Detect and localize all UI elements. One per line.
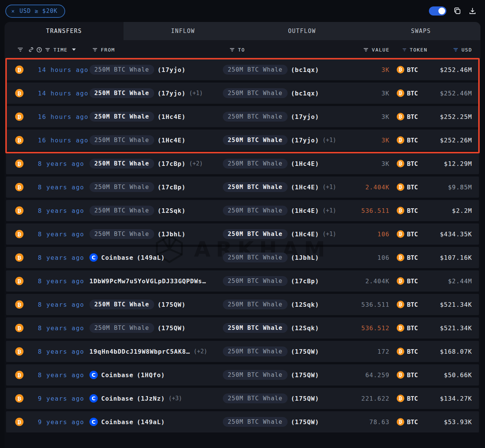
from-address[interactable]: (17yjo) xyxy=(158,66,186,73)
from-entity-pill[interactable]: 250M BTC Whale xyxy=(89,112,154,122)
to-address[interactable]: (17yjo) xyxy=(291,113,319,120)
to-address[interactable]: (12Sqk) xyxy=(291,301,319,308)
from-entity-pill[interactable]: 250M BTC Whale xyxy=(89,182,154,192)
to-entity-pill[interactable]: 250M BTC Whale xyxy=(223,393,288,403)
time-cell[interactable]: 8 years ago xyxy=(32,160,89,167)
from-entity-pill[interactable]: 250M BTC Whale xyxy=(89,65,154,75)
to-address[interactable]: (175QW) xyxy=(291,348,319,355)
usd-toggle[interactable] xyxy=(429,6,446,16)
from-address[interactable]: (175QW) xyxy=(158,325,186,332)
from-cell[interactable]: CCoinbase(1HQfo) xyxy=(89,371,223,379)
table-row[interactable]: ₿8 years ago250M BTC Whale(1JbhL)250M BT… xyxy=(6,223,479,245)
table-row[interactable]: ₿9 years agoCCoinbase(149aL)250M BTC Wha… xyxy=(6,411,479,432)
from-address[interactable]: (175QW) xyxy=(158,301,186,308)
token-cell[interactable]: ₿BTC xyxy=(393,136,427,144)
tab-swaps[interactable]: SWAPS xyxy=(361,22,480,40)
from-address[interactable]: (1JzNz) xyxy=(137,395,165,402)
token-cell[interactable]: ₿BTC xyxy=(393,207,427,214)
to-entity-pill[interactable]: 250M BTC Whale xyxy=(223,159,288,169)
from-exchange-name[interactable]: Coinbase xyxy=(101,372,133,379)
to-cell[interactable]: 250M BTC Whale(175QW) xyxy=(223,393,347,403)
from-cell[interactable]: 1DbW9PcMw7u5YoVGLpDJ33GQPDWs… xyxy=(89,278,223,285)
token-cell[interactable]: ₿BTC xyxy=(393,254,427,261)
table-row[interactable]: ₿8 years ago250M BTC Whale(175QW)250M BT… xyxy=(6,294,479,315)
to-cell[interactable]: 250M BTC Whale(175QW) xyxy=(223,370,347,380)
token-cell[interactable]: ₿BTC xyxy=(393,348,427,355)
from-entity-pill[interactable]: 250M BTC Whale xyxy=(89,206,154,215)
from-cell[interactable]: 250M BTC Whale(17yjo) xyxy=(89,65,223,75)
to-entity-pill[interactable]: 250M BTC Whale xyxy=(223,65,288,75)
token-cell[interactable]: ₿BTC xyxy=(393,160,427,167)
from-cell[interactable]: 19qHn4bDDcJ19W8WbprC5AK8… (+2) xyxy=(89,348,223,355)
from-address[interactable]: 19qHn4bDDcJ19W8WbprC5AK8… xyxy=(89,348,190,355)
to-entity-pill[interactable]: 250M BTC Whale xyxy=(223,135,288,145)
to-entity-pill[interactable]: 250M BTC Whale xyxy=(223,112,288,122)
token-cell[interactable]: ₿BTC xyxy=(393,183,427,191)
from-cell[interactable]: 250M BTC Whale(175QW) xyxy=(89,300,223,309)
time-cell[interactable]: 8 years ago xyxy=(32,254,89,261)
to-cell[interactable]: 250M BTC Whale(1Hc4E)(+1) xyxy=(223,182,347,192)
to-address[interactable]: (1Hc4E) xyxy=(291,184,319,191)
time-cell[interactable]: 8 years ago xyxy=(32,348,89,355)
token-cell[interactable]: ₿BTC xyxy=(393,418,427,426)
to-address[interactable]: (1Hc4E) xyxy=(291,207,319,214)
download-icon[interactable] xyxy=(468,7,477,15)
from-extra-count[interactable]: (+3) xyxy=(169,395,182,402)
from-cell[interactable]: 250M BTC Whale(12Sqk) xyxy=(89,206,223,215)
to-address[interactable]: (bc1qx) xyxy=(291,66,319,73)
to-extra-count[interactable]: (+1) xyxy=(322,207,336,214)
to-cell[interactable]: 250M BTC Whale(17cBp) xyxy=(223,276,347,286)
time-cell[interactable]: 8 years ago xyxy=(32,325,89,332)
to-address[interactable]: (1Hc4E) xyxy=(291,160,319,167)
table-row[interactable]: ₿14 hours ago250M BTC Whale(17yjo)(+1)25… xyxy=(6,83,479,104)
time-cell[interactable]: 8 years ago xyxy=(32,301,89,308)
to-cell[interactable]: 250M BTC Whale(12Sqk) xyxy=(223,300,347,309)
column-header-value[interactable]: VALUE xyxy=(347,47,393,53)
table-row[interactable]: ₿8 years ago250M BTC Whale(17cBp)250M BT… xyxy=(6,176,479,198)
time-cell[interactable]: 9 years ago xyxy=(32,418,89,426)
token-cell[interactable]: ₿BTC xyxy=(393,113,427,120)
tab-inflow[interactable]: INFLOW xyxy=(124,22,242,40)
token-cell[interactable]: ₿BTC xyxy=(393,371,427,379)
from-extra-count[interactable]: (+2) xyxy=(194,348,207,355)
to-address[interactable]: (bc1qx) xyxy=(291,90,319,97)
to-entity-pill[interactable]: 250M BTC Whale xyxy=(223,300,288,309)
time-cell[interactable]: 16 hours ago xyxy=(32,113,89,120)
table-row[interactable]: ₿8 years ago250M BTC Whale(17cBp)(+2)250… xyxy=(6,153,479,174)
table-row[interactable]: ₿8 years agoCCoinbase(1HQfo)250M BTC Wha… xyxy=(6,364,479,386)
from-exchange-name[interactable]: Coinbase xyxy=(101,395,133,402)
from-address[interactable]: (149aL) xyxy=(137,418,165,426)
to-entity-pill[interactable]: 250M BTC Whale xyxy=(223,88,288,98)
to-entity-pill[interactable]: 250M BTC Whale xyxy=(223,417,288,427)
to-address[interactable]: (17cBp) xyxy=(291,278,319,285)
from-cell[interactable]: 250M BTC Whale(1Hc4E) xyxy=(89,112,223,122)
to-entity-pill[interactable]: 250M BTC Whale xyxy=(223,229,288,239)
to-address[interactable]: (175QW) xyxy=(291,372,319,379)
to-cell[interactable]: 250M BTC Whale(12Sqk) xyxy=(223,323,347,333)
from-cell[interactable]: CCoinbase(149aL) xyxy=(89,253,223,262)
column-header-to[interactable]: TO xyxy=(223,47,347,53)
from-entity-pill[interactable]: 250M BTC Whale xyxy=(89,229,154,239)
from-entity-pill[interactable]: 250M BTC Whale xyxy=(89,323,154,333)
chip-close-icon[interactable]: ✕ xyxy=(11,8,15,14)
to-address[interactable]: (12Sqk) xyxy=(291,325,319,332)
time-cell[interactable]: 8 years ago xyxy=(32,372,89,379)
from-cell[interactable]: 250M BTC Whale(1JbhL) xyxy=(89,229,223,239)
time-cell[interactable]: 8 years ago xyxy=(32,207,89,214)
column-header-from[interactable]: FROM xyxy=(89,47,223,53)
token-cell[interactable]: ₿BTC xyxy=(393,277,427,285)
to-cell[interactable]: 250M BTC Whale(17yjo)(+1) xyxy=(223,135,347,145)
token-cell[interactable]: ₿BTC xyxy=(393,89,427,97)
to-entity-pill[interactable]: 250M BTC Whale xyxy=(223,370,288,380)
table-row[interactable]: ₿8 years ago1DbW9PcMw7u5YoVGLpDJ33GQPDWs… xyxy=(6,270,479,292)
to-entity-pill[interactable]: 250M BTC Whale xyxy=(223,206,288,215)
token-cell[interactable]: ₿BTC xyxy=(393,66,427,73)
from-address[interactable]: (17cBp) xyxy=(158,160,186,167)
table-row[interactable]: ₿14 hours ago250M BTC Whale(17yjo)250M B… xyxy=(6,59,479,80)
table-row[interactable]: ₿16 hours ago250M BTC Whale(1Hc4E)250M B… xyxy=(6,106,479,127)
token-cell[interactable]: ₿BTC xyxy=(393,395,427,402)
to-cell[interactable]: 250M BTC Whale(175QW) xyxy=(223,417,347,427)
table-row[interactable]: ₿8 years ago19qHn4bDDcJ19W8WbprC5AK8… (+… xyxy=(6,341,479,362)
from-address[interactable]: (12Sqk) xyxy=(158,207,186,214)
to-cell[interactable]: 250M BTC Whale(1Hc4E) xyxy=(223,159,347,169)
